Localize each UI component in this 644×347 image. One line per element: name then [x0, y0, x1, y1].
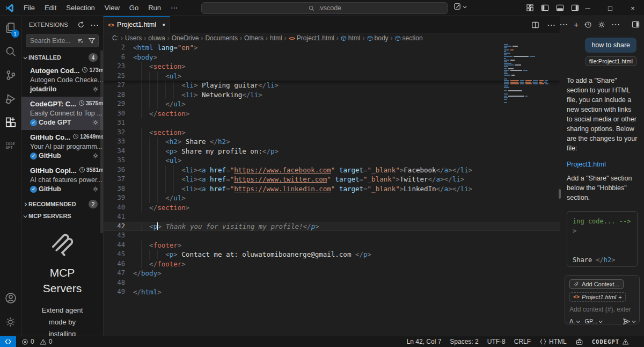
code-line[interactable]: 41 [104, 212, 560, 222]
add-file-icon[interactable]: + [618, 294, 621, 300]
breadcrumb-item[interactable]: Users [125, 34, 142, 42]
sidebar-scrollbar[interactable] [100, 50, 103, 233]
customize-layout-icon[interactable] [526, 4, 534, 12]
model-dropdown[interactable]: GP... [584, 318, 602, 324]
code-line[interactable]: 35 <ul> [104, 156, 560, 165]
panel-layout-icon[interactable] [632, 20, 640, 28]
cursor-position[interactable]: Ln 42, Col 7 [407, 338, 442, 345]
editor-more-actions-icon[interactable]: ⋯ [547, 20, 555, 30]
close-button[interactable]: × [621, 0, 644, 16]
attached-file-chip[interactable]: file:Project1.html [586, 56, 636, 66]
code-line[interactable]: 25 <ul> [104, 71, 560, 81]
command-center[interactable]: .vscode [201, 2, 448, 14]
breadcrumb-item[interactable]: Others [244, 34, 264, 42]
recommended-section-header[interactable]: RECOMMENDED 2 [21, 198, 103, 210]
code-line[interactable]: 23 <section> [104, 62, 560, 71]
unsaved-dot-icon[interactable]: ● [163, 22, 165, 27]
maximize-button[interactable]: □ [599, 0, 621, 16]
toggle-sidebar-icon[interactable] [541, 4, 549, 12]
toggle-panel-icon[interactable] [556, 4, 564, 12]
extension-gear-icon[interactable] [92, 86, 99, 92]
minimize-button[interactable]: ─ [576, 0, 599, 16]
extension-item[interactable]: GitHub Copi...3581msAI chat features pow… [21, 163, 103, 197]
panel-more-icon[interactable]: ⋯ [559, 19, 568, 30]
chat-settings-icon[interactable] [598, 21, 605, 28]
installed-section-header[interactable]: INSTALLED 4 [21, 52, 103, 63]
breadcrumb-item[interactable]: Documents [205, 34, 238, 42]
code-line[interactable]: 48 [104, 278, 560, 288]
codegpt-view-icon[interactable]: CODEGPT [0, 134, 21, 158]
menu-edit[interactable]: Edit [40, 2, 61, 14]
code-line[interactable]: 29 </ul> [104, 99, 560, 109]
mcp-servers-section-header[interactable]: MCP SERVERS [21, 210, 103, 222]
code-line[interactable]: 38 <li><a href="https://www.linkedin.com… [104, 184, 560, 194]
account-icon[interactable] [0, 286, 21, 310]
menu-⋯[interactable]: ⋯ [166, 2, 182, 14]
breadcrumb-item[interactable]: OneDrive [172, 34, 199, 42]
code-line[interactable]: 28 <li> Networking</li> [104, 90, 560, 100]
language-mode[interactable]: HTML [539, 338, 567, 345]
context-file-chip[interactable]: <> Project1.html + [569, 292, 626, 302]
code-line[interactable]: 32 <section> [104, 128, 560, 138]
code-line[interactable]: 30 </section> [104, 109, 560, 119]
send-button[interactable] [623, 317, 635, 326]
extensions-icon[interactable] [0, 111, 21, 134]
codegpt-status[interactable]: CODEGPT [592, 338, 629, 345]
warnings-indicator[interactable]: 0 [40, 338, 53, 345]
menu-file[interactable]: File [19, 2, 40, 14]
minimap[interactable] [504, 44, 555, 114]
extension-item[interactable]: GitHub Co...12649msYour AI pair programm… [21, 130, 103, 163]
panel-overflow-icon[interactable]: ⋯ [611, 19, 620, 30]
breadcrumb-item[interactable]: oluwa [148, 34, 165, 42]
extension-item[interactable]: Autogen Cod...173msAutogen Code Checke..… [21, 63, 103, 97]
agent-dropdown[interactable]: A. [569, 318, 579, 324]
code-line[interactable]: 27 <li> Playing guitar</li> [104, 81, 560, 90]
code-line[interactable]: 40 </section> [104, 203, 560, 213]
code-line[interactable]: 45 <p> Contact me at: oluwatomiboanerge@… [104, 250, 560, 259]
code-line[interactable]: 43 [104, 231, 560, 241]
code-line[interactable]: 33 <h2> Share </h2> [104, 137, 560, 147]
encoding[interactable]: UTF-8 [487, 338, 506, 345]
run-debug-icon[interactable] [0, 87, 21, 111]
menu-run[interactable]: Run [143, 2, 166, 14]
code-line[interactable]: 46 </footer> [104, 259, 560, 269]
code-line[interactable]: 36 <li><a href="https://www.facebook.com… [104, 165, 560, 175]
menu-selection[interactable]: Selection [61, 2, 99, 14]
copilot-status-icon[interactable] [575, 338, 583, 346]
extension-gear-icon[interactable] [92, 119, 99, 126]
code-line[interactable]: 2<html lang="en"> [104, 43, 560, 53]
extension-gear-icon[interactable] [92, 186, 99, 192]
copilot-edits-button[interactable] [453, 3, 466, 11]
code-line[interactable]: 34 <p> Share my profile on:</p> [104, 147, 560, 156]
sash-handle[interactable] [559, 189, 561, 199]
menu-go[interactable]: Go [125, 2, 143, 14]
breadcrumb-item[interactable]: body [367, 34, 389, 42]
filter-icon[interactable] [88, 37, 96, 45]
code-line[interactable]: 47</body> [104, 269, 560, 278]
file-link[interactable]: Project1.html [567, 161, 638, 168]
extension-gear-icon[interactable] [92, 153, 99, 159]
errors-indicator[interactable]: 0 [21, 338, 34, 345]
breadcrumb-item[interactable]: C: [112, 34, 119, 42]
code-line[interactable]: 6<body> [104, 53, 560, 62]
clear-list-icon[interactable] [77, 38, 84, 45]
settings-gear-icon[interactable] [0, 310, 21, 334]
breadcrumb-item[interactable]: section [395, 34, 423, 42]
more-actions-icon[interactable]: ⋯ [90, 20, 99, 30]
eol-sequence[interactable]: CRLF [514, 338, 531, 345]
add-context-button[interactable]: Add Context... [569, 279, 624, 289]
code-line[interactable]: 39 </ul> [104, 193, 560, 203]
source-control-icon[interactable] [0, 63, 21, 87]
refresh-icon[interactable] [77, 21, 85, 28]
history-icon[interactable] [584, 21, 592, 28]
new-chat-icon[interactable]: + [574, 20, 579, 29]
indentation[interactable]: Spaces: 2 [450, 338, 478, 345]
extension-item[interactable]: CodeGPT: C...3575msEasily Connect to Top… [21, 97, 103, 130]
explorer-icon[interactable]: 1 [0, 16, 21, 40]
extensions-search-input[interactable]: Search Exte... [26, 34, 99, 47]
menu-view[interactable]: View [100, 2, 125, 14]
code-line[interactable]: 31 [104, 118, 560, 128]
code-line[interactable]: 49</html> [104, 287, 560, 297]
breadcrumb-item[interactable]: <>Project1.html [289, 34, 334, 42]
remote-indicator[interactable] [0, 336, 16, 347]
